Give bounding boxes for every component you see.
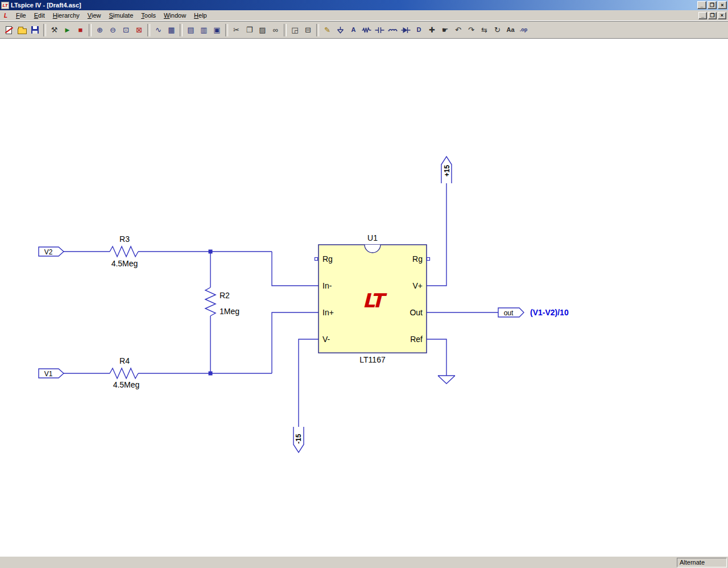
menu-file[interactable]: File [12, 11, 30, 20]
zoom-fit-button[interactable]: ⊠ [133, 23, 146, 37]
zoom-area-button[interactable]: ⊕ [93, 23, 106, 37]
copy-icon: ❐ [246, 26, 253, 34]
cascade-icon: ▣ [213, 26, 220, 34]
place-capacitor-button[interactable] [373, 23, 386, 37]
port-v1-label: V1 [44, 370, 53, 378]
ground-symbol[interactable] [438, 376, 455, 384]
print-button[interactable]: ⊟ [301, 23, 315, 37]
halt-button[interactable]: ■ [74, 23, 87, 37]
menu-tools[interactable]: Tools [137, 11, 160, 20]
wire[interactable] [272, 252, 318, 286]
halt-icon: ■ [78, 26, 83, 34]
rotate-button[interactable]: ↻ [491, 23, 504, 37]
label-net-button[interactable]: A [347, 23, 360, 37]
undo-button[interactable]: ↶ [452, 23, 465, 37]
print-preview-button[interactable]: ◲ [288, 23, 301, 37]
supply-flag-minus15[interactable]: -15 [293, 427, 304, 452]
place-ground-button[interactable] [334, 23, 347, 37]
window-title: LTspice IV - [Draft4.asc] [11, 2, 697, 9]
redo-icon: ↷ [468, 26, 474, 34]
move-button[interactable]: ✚ [425, 23, 439, 37]
tile-horizontal-icon: ▤ [187, 26, 194, 34]
minimize-button[interactable]: _ [697, 1, 706, 9]
titlebar[interactable]: LT LTspice IV - [Draft4.asc] _ ❐ × [0, 0, 728, 10]
menu-simulate[interactable]: Simulate [105, 11, 137, 20]
tile-vertical-button[interactable]: ▥ [197, 23, 210, 37]
menu-edit[interactable]: Edit [30, 11, 49, 20]
zoom-in-icon: ⊕ [97, 26, 103, 34]
resistor-r2[interactable]: R2 1Meg [205, 287, 239, 316]
wire-pencil-icon: ✎ [324, 26, 330, 34]
inductor-icon [388, 26, 398, 35]
zoom-full-extents-button[interactable]: ⊡ [119, 23, 133, 37]
resistor-r3-value: 4.5Meg [111, 259, 138, 268]
capacitor-icon [375, 26, 384, 35]
menu-help[interactable]: Help [190, 11, 211, 20]
supply-flag-plus15[interactable]: +15 [441, 157, 452, 183]
run-button[interactable]: ► [61, 23, 74, 37]
draw-wire-button[interactable]: ✎ [321, 23, 334, 37]
new-schematic-button[interactable] [2, 23, 15, 37]
find-button[interactable]: ∞ [269, 23, 282, 37]
cascade-windows-button[interactable]: ▣ [210, 23, 224, 37]
wire[interactable] [427, 183, 446, 286]
schematic-svg[interactable]: V2 V1 R3 4.5Meg R4 4.5Meg R2 [0, 39, 728, 556]
drag-hand-icon: ☛ [442, 26, 449, 34]
tile-horizontal-button[interactable]: ▤ [184, 23, 197, 37]
menu-view[interactable]: View [84, 11, 105, 20]
place-diode-button[interactable] [399, 23, 412, 37]
toolbar-separator [225, 24, 228, 36]
restore-button[interactable]: ❐ [708, 1, 717, 9]
mirror-button[interactable]: ⇆ [478, 23, 491, 37]
mdi-close-button[interactable]: × [718, 12, 726, 19]
spice-directive-button[interactable]: .op [517, 23, 530, 37]
wire[interactable] [427, 339, 446, 376]
control-panel-button[interactable]: ⚒ [48, 23, 61, 37]
port-out[interactable]: out [498, 308, 524, 317]
junction-dot [209, 372, 213, 376]
resistor-r4[interactable]: R4 4.5Meg [110, 356, 139, 389]
zoom-full-icon: ⊡ [123, 26, 129, 34]
resistor-icon [362, 26, 371, 35]
diode-icon [401, 26, 411, 35]
place-text-button[interactable]: Aa [504, 23, 517, 37]
save-floppy-icon [31, 26, 39, 34]
open-folder-icon [18, 28, 27, 34]
place-component-button[interactable]: D [412, 23, 425, 37]
close-button[interactable]: × [718, 1, 727, 9]
find-icon: ∞ [273, 26, 278, 34]
paste-button[interactable]: ▨ [256, 23, 269, 37]
ic-u1[interactable]: Rg In- In+ V- Rg V+ Out Ref LT U1 LT1167 [315, 233, 430, 364]
document-icon[interactable]: L [2, 12, 10, 19]
zoom-out-icon: ⊖ [110, 26, 116, 34]
grid-button[interactable]: ▦ [165, 23, 178, 37]
resistor-r3-ref: R3 [119, 234, 130, 244]
toolbar-separator [147, 24, 150, 36]
open-file-button[interactable] [15, 23, 28, 37]
port-v1[interactable]: V1 [39, 369, 64, 378]
copy-button[interactable]: ❐ [243, 23, 256, 37]
ic-u1-part: LT1167 [359, 355, 386, 364]
toolbar-separator [43, 24, 46, 36]
zoom-back-button[interactable]: ⊖ [106, 23, 119, 37]
menu-window[interactable]: Window [160, 11, 190, 20]
resistor-r3[interactable]: R3 4.5Meg [110, 234, 138, 268]
wires[interactable] [64, 183, 498, 427]
mdi-restore-button[interactable]: ❐ [708, 12, 717, 19]
port-v2[interactable]: V2 [39, 247, 64, 256]
toolbar-separator [89, 24, 92, 36]
drag-button[interactable]: ☛ [439, 23, 452, 37]
place-inductor-button[interactable] [386, 23, 399, 37]
autorange-y-button[interactable]: ∿ [152, 23, 165, 37]
save-button[interactable] [28, 23, 42, 37]
place-resistor-button[interactable] [360, 23, 373, 37]
grid-icon: ▦ [168, 26, 175, 34]
annotation-text: (V1-V2)/10 [530, 308, 569, 317]
mdi-minimize-button[interactable]: _ [698, 12, 707, 19]
cut-button[interactable]: ✂ [230, 23, 243, 37]
wire[interactable] [299, 339, 318, 427]
schematic-canvas[interactable]: V2 V1 R3 4.5Meg R4 4.5Meg R2 [0, 39, 728, 556]
redo-button[interactable]: ↷ [465, 23, 478, 37]
wire[interactable] [272, 312, 318, 373]
menu-hierarchy[interactable]: Hierarchy [49, 11, 84, 20]
